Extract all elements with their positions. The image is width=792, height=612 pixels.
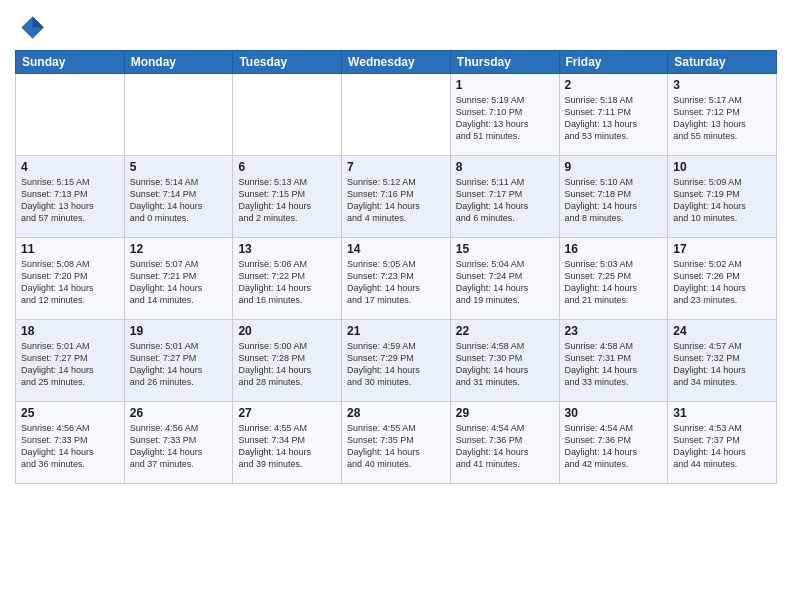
day-number: 4 [21, 160, 119, 174]
day-cell-14: 14Sunrise: 5:05 AM Sunset: 7:23 PM Dayli… [342, 238, 451, 320]
day-cell-27: 27Sunrise: 4:55 AM Sunset: 7:34 PM Dayli… [233, 402, 342, 484]
calendar-table: SundayMondayTuesdayWednesdayThursdayFrid… [15, 50, 777, 484]
day-info: Sunrise: 4:54 AM Sunset: 7:36 PM Dayligh… [456, 422, 554, 471]
week-row-4: 18Sunrise: 5:01 AM Sunset: 7:27 PM Dayli… [16, 320, 777, 402]
day-cell-30: 30Sunrise: 4:54 AM Sunset: 7:36 PM Dayli… [559, 402, 668, 484]
day-number: 25 [21, 406, 119, 420]
day-info: Sunrise: 5:07 AM Sunset: 7:21 PM Dayligh… [130, 258, 228, 307]
weekday-header-monday: Monday [124, 51, 233, 74]
day-cell-6: 6Sunrise: 5:13 AM Sunset: 7:15 PM Daylig… [233, 156, 342, 238]
logo-icon [15, 10, 47, 42]
weekday-header-row: SundayMondayTuesdayWednesdayThursdayFrid… [16, 51, 777, 74]
day-info: Sunrise: 5:11 AM Sunset: 7:17 PM Dayligh… [456, 176, 554, 225]
day-cell-28: 28Sunrise: 4:55 AM Sunset: 7:35 PM Dayli… [342, 402, 451, 484]
week-row-2: 4Sunrise: 5:15 AM Sunset: 7:13 PM Daylig… [16, 156, 777, 238]
day-info: Sunrise: 5:03 AM Sunset: 7:25 PM Dayligh… [565, 258, 663, 307]
day-number: 8 [456, 160, 554, 174]
day-number: 23 [565, 324, 663, 338]
day-number: 3 [673, 78, 771, 92]
day-info: Sunrise: 4:54 AM Sunset: 7:36 PM Dayligh… [565, 422, 663, 471]
day-cell-12: 12Sunrise: 5:07 AM Sunset: 7:21 PM Dayli… [124, 238, 233, 320]
day-info: Sunrise: 4:58 AM Sunset: 7:31 PM Dayligh… [565, 340, 663, 389]
day-number: 17 [673, 242, 771, 256]
header [15, 10, 777, 42]
day-cell-16: 16Sunrise: 5:03 AM Sunset: 7:25 PM Dayli… [559, 238, 668, 320]
empty-cell [233, 74, 342, 156]
day-cell-9: 9Sunrise: 5:10 AM Sunset: 7:18 PM Daylig… [559, 156, 668, 238]
day-number: 16 [565, 242, 663, 256]
day-info: Sunrise: 4:55 AM Sunset: 7:34 PM Dayligh… [238, 422, 336, 471]
day-info: Sunrise: 5:18 AM Sunset: 7:11 PM Dayligh… [565, 94, 663, 143]
weekday-header-friday: Friday [559, 51, 668, 74]
day-number: 28 [347, 406, 445, 420]
day-number: 7 [347, 160, 445, 174]
day-number: 24 [673, 324, 771, 338]
week-row-5: 25Sunrise: 4:56 AM Sunset: 7:33 PM Dayli… [16, 402, 777, 484]
day-number: 14 [347, 242, 445, 256]
weekday-header-thursday: Thursday [450, 51, 559, 74]
day-number: 1 [456, 78, 554, 92]
day-info: Sunrise: 5:00 AM Sunset: 7:28 PM Dayligh… [238, 340, 336, 389]
day-number: 19 [130, 324, 228, 338]
day-number: 20 [238, 324, 336, 338]
page: SundayMondayTuesdayWednesdayThursdayFrid… [0, 0, 792, 612]
day-number: 18 [21, 324, 119, 338]
weekday-header-sunday: Sunday [16, 51, 125, 74]
day-info: Sunrise: 5:09 AM Sunset: 7:19 PM Dayligh… [673, 176, 771, 225]
day-info: Sunrise: 5:10 AM Sunset: 7:18 PM Dayligh… [565, 176, 663, 225]
day-info: Sunrise: 5:05 AM Sunset: 7:23 PM Dayligh… [347, 258, 445, 307]
day-info: Sunrise: 4:59 AM Sunset: 7:29 PM Dayligh… [347, 340, 445, 389]
day-info: Sunrise: 5:12 AM Sunset: 7:16 PM Dayligh… [347, 176, 445, 225]
day-number: 2 [565, 78, 663, 92]
day-info: Sunrise: 4:56 AM Sunset: 7:33 PM Dayligh… [21, 422, 119, 471]
day-number: 9 [565, 160, 663, 174]
day-number: 31 [673, 406, 771, 420]
day-info: Sunrise: 4:56 AM Sunset: 7:33 PM Dayligh… [130, 422, 228, 471]
weekday-header-saturday: Saturday [668, 51, 777, 74]
day-cell-10: 10Sunrise: 5:09 AM Sunset: 7:19 PM Dayli… [668, 156, 777, 238]
day-number: 12 [130, 242, 228, 256]
day-number: 26 [130, 406, 228, 420]
day-cell-25: 25Sunrise: 4:56 AM Sunset: 7:33 PM Dayli… [16, 402, 125, 484]
day-info: Sunrise: 5:19 AM Sunset: 7:10 PM Dayligh… [456, 94, 554, 143]
logo [15, 10, 51, 42]
day-cell-2: 2Sunrise: 5:18 AM Sunset: 7:11 PM Daylig… [559, 74, 668, 156]
day-info: Sunrise: 5:13 AM Sunset: 7:15 PM Dayligh… [238, 176, 336, 225]
empty-cell [16, 74, 125, 156]
day-info: Sunrise: 4:57 AM Sunset: 7:32 PM Dayligh… [673, 340, 771, 389]
day-number: 11 [21, 242, 119, 256]
day-info: Sunrise: 5:08 AM Sunset: 7:20 PM Dayligh… [21, 258, 119, 307]
day-info: Sunrise: 5:06 AM Sunset: 7:22 PM Dayligh… [238, 258, 336, 307]
week-row-1: 1Sunrise: 5:19 AM Sunset: 7:10 PM Daylig… [16, 74, 777, 156]
svg-marker-1 [33, 16, 44, 27]
day-info: Sunrise: 5:15 AM Sunset: 7:13 PM Dayligh… [21, 176, 119, 225]
day-number: 22 [456, 324, 554, 338]
day-number: 21 [347, 324, 445, 338]
day-number: 30 [565, 406, 663, 420]
day-info: Sunrise: 4:58 AM Sunset: 7:30 PM Dayligh… [456, 340, 554, 389]
empty-cell [342, 74, 451, 156]
day-cell-20: 20Sunrise: 5:00 AM Sunset: 7:28 PM Dayli… [233, 320, 342, 402]
day-number: 29 [456, 406, 554, 420]
day-cell-19: 19Sunrise: 5:01 AM Sunset: 7:27 PM Dayli… [124, 320, 233, 402]
day-info: Sunrise: 4:53 AM Sunset: 7:37 PM Dayligh… [673, 422, 771, 471]
day-cell-8: 8Sunrise: 5:11 AM Sunset: 7:17 PM Daylig… [450, 156, 559, 238]
day-cell-13: 13Sunrise: 5:06 AM Sunset: 7:22 PM Dayli… [233, 238, 342, 320]
day-info: Sunrise: 5:04 AM Sunset: 7:24 PM Dayligh… [456, 258, 554, 307]
day-cell-17: 17Sunrise: 5:02 AM Sunset: 7:26 PM Dayli… [668, 238, 777, 320]
day-number: 6 [238, 160, 336, 174]
weekday-header-tuesday: Tuesday [233, 51, 342, 74]
day-cell-24: 24Sunrise: 4:57 AM Sunset: 7:32 PM Dayli… [668, 320, 777, 402]
day-cell-11: 11Sunrise: 5:08 AM Sunset: 7:20 PM Dayli… [16, 238, 125, 320]
day-cell-18: 18Sunrise: 5:01 AM Sunset: 7:27 PM Dayli… [16, 320, 125, 402]
day-cell-1: 1Sunrise: 5:19 AM Sunset: 7:10 PM Daylig… [450, 74, 559, 156]
day-info: Sunrise: 5:17 AM Sunset: 7:12 PM Dayligh… [673, 94, 771, 143]
day-info: Sunrise: 5:01 AM Sunset: 7:27 PM Dayligh… [21, 340, 119, 389]
weekday-header-wednesday: Wednesday [342, 51, 451, 74]
day-cell-22: 22Sunrise: 4:58 AM Sunset: 7:30 PM Dayli… [450, 320, 559, 402]
day-cell-3: 3Sunrise: 5:17 AM Sunset: 7:12 PM Daylig… [668, 74, 777, 156]
day-number: 10 [673, 160, 771, 174]
empty-cell [124, 74, 233, 156]
day-cell-21: 21Sunrise: 4:59 AM Sunset: 7:29 PM Dayli… [342, 320, 451, 402]
day-info: Sunrise: 5:01 AM Sunset: 7:27 PM Dayligh… [130, 340, 228, 389]
